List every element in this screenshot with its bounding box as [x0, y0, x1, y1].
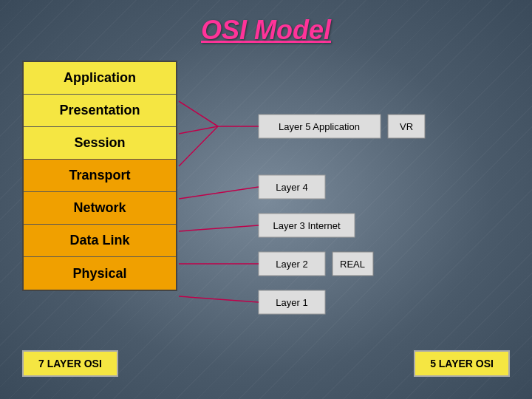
osi-table: Application Presentation Session Transpo… — [22, 61, 177, 291]
svg-rect-12 — [259, 290, 325, 314]
svg-line-21 — [179, 296, 259, 302]
osi-row-datalink: Data Link — [24, 225, 176, 257]
osi-row-network: Network — [24, 192, 176, 225]
osi-row-presentation: Presentation — [24, 95, 176, 127]
svg-text:Layer 1: Layer 1 — [276, 297, 307, 308]
osi-row-session: Session — [24, 127, 176, 160]
osi-row-application: Application — [24, 62, 176, 95]
seven-layer-button[interactable]: 7 LAYER OSI — [22, 350, 118, 377]
osi-row-physical: Physical — [24, 257, 176, 290]
page-title: OSI Model — [0, 0, 532, 46]
bottom-buttons: 7 LAYER OSI 5 LAYER OSI — [0, 350, 532, 377]
five-layer-button[interactable]: 5 LAYER OSI — [414, 350, 510, 377]
osi-row-transport: Transport — [24, 160, 176, 192]
